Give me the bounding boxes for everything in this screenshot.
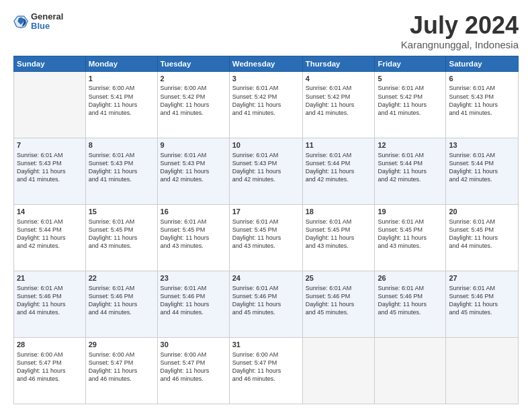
day-info: and 43 minutes. xyxy=(232,242,300,250)
day-info: Sunset: 5:44 PM xyxy=(306,159,372,167)
day-info: Sunset: 5:44 PM xyxy=(378,159,443,167)
calendar-cell: 26Sunrise: 6:01 AMSunset: 5:46 PMDayligh… xyxy=(375,271,446,337)
calendar-week-row: 1Sunrise: 6:00 AMSunset: 5:41 PMDaylight… xyxy=(14,71,519,138)
day-info: Daylight: 11 hours xyxy=(306,234,372,242)
day-info: Sunrise: 6:01 AM xyxy=(449,151,515,159)
day-info: Sunrise: 6:01 AM xyxy=(161,218,226,226)
day-info: Sunset: 5:42 PM xyxy=(232,93,300,101)
calendar-cell: 22Sunrise: 6:01 AMSunset: 5:46 PMDayligh… xyxy=(85,271,157,337)
calendar-header-wednesday: Wednesday xyxy=(229,56,302,71)
calendar-header-thursday: Thursday xyxy=(302,56,375,71)
day-number: 1 xyxy=(89,74,154,84)
day-info: and 45 minutes. xyxy=(232,308,300,316)
day-number: 3 xyxy=(232,74,300,84)
day-info: Daylight: 11 hours xyxy=(232,167,300,175)
day-info: Daylight: 11 hours xyxy=(232,101,300,109)
day-info: and 44 minutes. xyxy=(161,308,226,316)
day-number: 14 xyxy=(17,207,83,217)
day-info: Sunset: 5:46 PM xyxy=(232,292,300,300)
day-number: 6 xyxy=(449,74,515,84)
day-info: Sunrise: 6:01 AM xyxy=(306,218,372,226)
day-info: and 44 minutes. xyxy=(17,308,83,316)
day-info: Daylight: 11 hours xyxy=(306,167,372,175)
calendar-cell xyxy=(375,337,446,404)
calendar-cell: 14Sunrise: 6:01 AMSunset: 5:44 PMDayligh… xyxy=(14,204,86,271)
day-number: 26 xyxy=(378,273,443,283)
day-info: Sunrise: 6:01 AM xyxy=(89,151,154,159)
day-number: 25 xyxy=(306,273,372,283)
day-info: and 46 minutes. xyxy=(232,375,300,383)
day-info: Sunset: 5:45 PM xyxy=(161,226,226,234)
calendar-week-row: 28Sunrise: 6:00 AMSunset: 5:47 PMDayligh… xyxy=(14,337,519,404)
logo-icon xyxy=(13,14,28,29)
day-info: Sunrise: 6:01 AM xyxy=(17,151,83,159)
calendar-week-row: 14Sunrise: 6:01 AMSunset: 5:44 PMDayligh… xyxy=(14,204,519,271)
day-info: Sunrise: 6:01 AM xyxy=(378,84,443,92)
day-info: and 41 minutes. xyxy=(17,175,83,183)
day-number: 23 xyxy=(161,273,226,283)
day-info: Daylight: 11 hours xyxy=(161,300,226,308)
calendar-cell: 21Sunrise: 6:01 AMSunset: 5:46 PMDayligh… xyxy=(14,271,86,337)
day-info: Sunset: 5:44 PM xyxy=(17,226,83,234)
day-info: Daylight: 11 hours xyxy=(449,300,515,308)
header: General Blue July 2024 Karangnunggal, In… xyxy=(13,12,519,50)
day-info: Sunrise: 6:01 AM xyxy=(17,218,83,226)
logo-blue-text: Blue xyxy=(31,21,63,31)
calendar-cell: 1Sunrise: 6:00 AMSunset: 5:41 PMDaylight… xyxy=(85,71,157,138)
calendar-cell: 30Sunrise: 6:00 AMSunset: 5:47 PMDayligh… xyxy=(157,337,229,404)
day-info: Daylight: 11 hours xyxy=(17,367,83,375)
day-info: Sunrise: 6:01 AM xyxy=(378,218,443,226)
day-info: Sunrise: 6:01 AM xyxy=(306,284,372,292)
day-number: 24 xyxy=(232,273,300,283)
day-info: Sunrise: 6:01 AM xyxy=(17,284,83,292)
logo-text: General Blue xyxy=(31,12,63,32)
calendar-cell: 13Sunrise: 6:01 AMSunset: 5:44 PMDayligh… xyxy=(446,138,519,204)
day-info: Sunrise: 6:01 AM xyxy=(306,84,372,92)
location: Karangnunggal, Indonesia xyxy=(401,39,519,50)
day-info: Daylight: 11 hours xyxy=(161,167,226,175)
day-info: Sunset: 5:45 PM xyxy=(306,226,372,234)
day-info: and 41 minutes. xyxy=(449,109,515,117)
day-info: Sunrise: 6:01 AM xyxy=(232,218,300,226)
calendar-header-row: SundayMondayTuesdayWednesdayThursdayFrid… xyxy=(14,56,519,71)
day-number: 17 xyxy=(232,207,300,217)
day-info: Daylight: 11 hours xyxy=(17,300,83,308)
calendar-header-sunday: Sunday xyxy=(14,56,86,71)
calendar-cell: 24Sunrise: 6:01 AMSunset: 5:46 PMDayligh… xyxy=(229,271,302,337)
day-number: 29 xyxy=(89,340,154,350)
day-info: and 41 minutes. xyxy=(306,109,372,117)
day-info: Daylight: 11 hours xyxy=(378,300,443,308)
day-number: 11 xyxy=(306,140,372,150)
day-info: and 46 minutes. xyxy=(161,375,226,383)
day-info: and 43 minutes. xyxy=(378,242,443,250)
calendar-header-saturday: Saturday xyxy=(446,56,519,71)
day-info: Sunset: 5:47 PM xyxy=(232,359,300,367)
calendar-cell xyxy=(302,337,375,404)
day-info: Sunset: 5:43 PM xyxy=(89,159,154,167)
day-info: and 43 minutes. xyxy=(89,242,154,250)
logo-general-text: General xyxy=(31,12,63,21)
day-info: Sunset: 5:45 PM xyxy=(449,226,515,234)
day-info: Daylight: 11 hours xyxy=(232,367,300,375)
day-info: Daylight: 11 hours xyxy=(161,367,226,375)
day-number: 2 xyxy=(161,74,226,84)
day-number: 10 xyxy=(232,140,300,150)
day-info: Sunrise: 6:01 AM xyxy=(306,151,372,159)
day-info: Sunset: 5:46 PM xyxy=(378,292,443,300)
calendar-cell: 5Sunrise: 6:01 AMSunset: 5:42 PMDaylight… xyxy=(375,71,446,138)
day-info: Daylight: 11 hours xyxy=(378,167,443,175)
day-info: Sunrise: 6:00 AM xyxy=(17,351,83,359)
title-section: July 2024 Karangnunggal, Indonesia xyxy=(401,12,519,50)
day-number: 27 xyxy=(449,273,515,283)
day-number: 12 xyxy=(378,140,443,150)
day-info: Sunset: 5:44 PM xyxy=(449,159,515,167)
day-info: Sunset: 5:41 PM xyxy=(89,93,154,101)
calendar-cell: 20Sunrise: 6:01 AMSunset: 5:45 PMDayligh… xyxy=(446,204,519,271)
calendar-header-tuesday: Tuesday xyxy=(157,56,229,71)
day-info: Daylight: 11 hours xyxy=(161,234,226,242)
calendar-cell: 19Sunrise: 6:01 AMSunset: 5:45 PMDayligh… xyxy=(375,204,446,271)
calendar-cell: 17Sunrise: 6:01 AMSunset: 5:45 PMDayligh… xyxy=(229,204,302,271)
calendar-cell: 29Sunrise: 6:00 AMSunset: 5:47 PMDayligh… xyxy=(85,337,157,404)
day-number: 28 xyxy=(17,340,83,350)
logo: General Blue xyxy=(13,12,63,32)
